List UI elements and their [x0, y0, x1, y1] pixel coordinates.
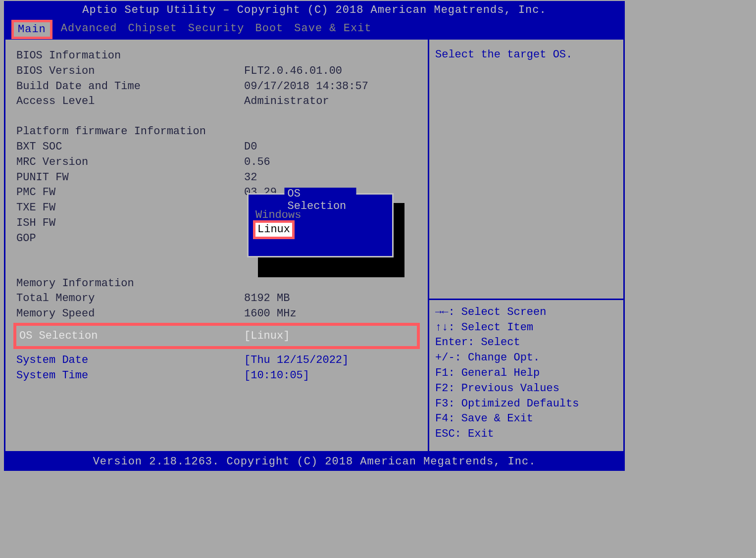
key-optimized-defaults: F3: Optimized Defaults [435, 397, 617, 412]
memory-info-header: Memory Information [16, 276, 417, 292]
access-level-label: Access Level [16, 94, 244, 109]
build-date-label: Build Date and Time [16, 79, 244, 95]
bxt-soc-row: BXT SOC D0 [16, 140, 417, 155]
tab-main[interactable]: Main [11, 20, 52, 39]
system-date-row[interactable]: System Date [Thu 12/15/2022] [16, 353, 417, 368]
tab-chipset[interactable]: Chipset [128, 22, 177, 37]
tab-advanced[interactable]: Advanced [61, 22, 117, 37]
key-save-exit: F4: Save & Exit [435, 411, 617, 427]
bxt-soc-label: BXT SOC [16, 140, 244, 155]
system-date-label: System Date [16, 353, 244, 368]
pmc-fw-label: PMC FW [16, 185, 244, 201]
key-esc-exit: ESC: Exit [435, 427, 617, 442]
punit-fw-label: PUNIT FW [16, 170, 244, 186]
memory-speed-row: Memory Speed 1600 MHz [16, 306, 417, 322]
os-selection-label: OS Selection [19, 330, 244, 342]
key-enter: Enter: Select [435, 335, 617, 351]
tab-security[interactable]: Security [188, 22, 245, 37]
key-previous-values: F2: Previous Values [435, 381, 617, 397]
help-text: Select the target OS. [429, 40, 623, 299]
memory-speed-label: Memory Speed [16, 306, 244, 322]
punit-fw-row: PUNIT FW 32 [16, 170, 417, 186]
popup-option-linux[interactable]: Linux [253, 220, 295, 240]
bxt-soc-value: D0 [244, 140, 417, 155]
build-date-row: Build Date and Time 09/17/2018 14:38:57 [16, 79, 417, 95]
mrc-version-label: MRC Version [16, 155, 244, 170]
system-date-value: [Thu 12/15/2022] [244, 353, 417, 368]
punit-fw-value: 32 [244, 170, 417, 186]
bios-version-label: BIOS Version [16, 64, 244, 79]
total-memory-label: Total Memory [16, 291, 244, 306]
system-time-row[interactable]: System Time [10:10:05] [16, 368, 417, 384]
txe-fw-label: TXE FW [16, 201, 244, 216]
key-general-help: F1: General Help [435, 366, 617, 381]
memory-speed-value: 1600 MHz [244, 306, 417, 322]
right-panel: Select the target OS. →←: Select Screen … [428, 40, 623, 451]
ish-fw-label: ISH FW [16, 216, 244, 231]
tab-save-exit[interactable]: Save & Exit [294, 22, 371, 37]
access-level-value: Administrator [244, 94, 417, 109]
os-selection-value: [Linux] [244, 330, 414, 342]
bios-info-header: BIOS Information [16, 49, 417, 64]
build-date-value: 09/17/2018 14:38:57 [244, 79, 417, 95]
key-help: →←: Select Screen ↑↓: Select Item Enter:… [429, 299, 623, 451]
tab-bar: Main Advanced Chipset Security Boot Save… [4, 19, 625, 40]
platform-info-header: Platform firmware Information [16, 124, 417, 140]
footer-bar: Version 2.18.1263. Copyright (C) 2018 Am… [4, 453, 625, 471]
total-memory-row: Total Memory 8192 MB [16, 291, 417, 306]
header-bar: Aptio Setup Utility – Copyright (C) 2018… [4, 1, 625, 19]
key-select-item: ↑↓: Select Item [435, 320, 617, 336]
key-change-opt: +/-: Change Opt. [435, 351, 617, 366]
mrc-version-row: MRC Version 0.56 [16, 155, 417, 170]
total-memory-value: 8192 MB [244, 291, 417, 306]
bios-version-row: BIOS Version FLT2.0.46.01.00 [16, 64, 417, 79]
os-selection-popup: OS Selection Windows Linux [247, 193, 394, 257]
bios-window: Aptio Setup Utility – Copyright (C) 2018… [4, 1, 625, 467]
access-level-row: Access Level Administrator [16, 94, 417, 109]
header-title: Aptio Setup Utility – Copyright (C) 2018… [82, 4, 546, 16]
footer-text: Version 2.18.1263. Copyright (C) 2018 Am… [93, 456, 536, 468]
system-time-label: System Time [16, 368, 244, 384]
key-select-screen: →←: Select Screen [435, 305, 617, 320]
os-selection-row[interactable]: OS Selection [Linux] [13, 323, 420, 349]
popup-title: OS Selection [285, 188, 356, 212]
gop-label: GOP [16, 231, 244, 247]
left-panel: BIOS Information BIOS Version FLT2.0.46.… [5, 40, 428, 451]
mrc-version-value: 0.56 [244, 155, 417, 170]
content-area: BIOS Information BIOS Version FLT2.0.46.… [4, 40, 625, 453]
system-time-value: [10:10:05] [244, 368, 417, 384]
bios-version-value: FLT2.0.46.01.00 [244, 64, 417, 79]
tab-boot[interactable]: Boot [255, 22, 283, 37]
